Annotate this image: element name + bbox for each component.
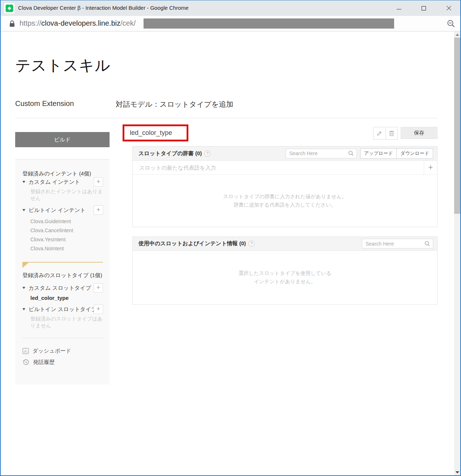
history-label: 発話履歴 bbox=[33, 359, 55, 366]
dictionary-search-box[interactable] bbox=[286, 149, 357, 158]
usage-search-box[interactable] bbox=[362, 239, 433, 248]
help-icon[interactable]: ? bbox=[204, 150, 210, 157]
vertical-scrollbar[interactable] bbox=[454, 31, 460, 475]
custom-intent-empty-note: 登録されたインテントはありません bbox=[30, 188, 103, 202]
dictionary-empty-line1: スロットタイプの辞書に入力された値がありません。 bbox=[223, 192, 347, 201]
url-scheme: https:// bbox=[20, 19, 41, 27]
scrollbar-thumb[interactable] bbox=[454, 38, 460, 214]
divider bbox=[22, 338, 103, 338]
usage-search-input[interactable] bbox=[366, 241, 424, 247]
sidebar-item-custom-intent[interactable]: カスタム インテント + bbox=[22, 177, 103, 187]
usage-empty-state: 選択したスロットタイプを使用している インテントがありません。 bbox=[133, 251, 437, 304]
builtin-slot-type-empty-note: 登録済みのスロットタイプはありません bbox=[30, 315, 103, 329]
pencil-icon bbox=[376, 130, 383, 136]
download-button[interactable]: ダウンロード bbox=[396, 148, 433, 159]
slot-usage-card: 使用中のスロットおよびインテント情報 (0) ? 選択したスロットタイプを使用し… bbox=[132, 237, 437, 305]
scroll-down-button[interactable] bbox=[454, 469, 460, 475]
dashboard-label: ダッシュボード bbox=[33, 348, 71, 354]
maximize-button[interactable] bbox=[415, 0, 432, 16]
delete-button[interactable] bbox=[385, 127, 397, 139]
dictionary-search-input[interactable] bbox=[289, 150, 348, 156]
add-custom-slot-type-button[interactable]: + bbox=[94, 283, 103, 293]
slot-usage-header: 使用中のスロットおよびインテント情報 (0) ? bbox=[133, 237, 437, 251]
address-bar[interactable]: https://clova-developers.line.biz/cek/ bbox=[1, 16, 460, 31]
chevron-down-icon[interactable] bbox=[22, 209, 25, 211]
help-icon[interactable]: ? bbox=[248, 241, 255, 247]
active-section-marker bbox=[22, 262, 103, 263]
slot-usage-title: 使用中のスロットおよびインテント情報 (0) bbox=[138, 240, 246, 247]
new-representative-word-row: + bbox=[133, 161, 437, 175]
clova-favicon-icon bbox=[4, 3, 14, 13]
divider bbox=[15, 118, 437, 118]
sidebar-item-builtin-intent[interactable]: ビルトイン インテント + bbox=[22, 205, 103, 215]
url-host: clova-developers.line.biz bbox=[41, 19, 120, 27]
close-icon bbox=[446, 5, 452, 11]
new-representative-word-input[interactable] bbox=[133, 161, 424, 174]
search-icon bbox=[424, 241, 430, 247]
builtin-intent-item[interactable]: Clova.NoIntent bbox=[30, 244, 103, 253]
add-custom-intent-button[interactable]: + bbox=[94, 177, 103, 187]
scroll-up-button[interactable] bbox=[454, 31, 460, 38]
page-title: テストスキル bbox=[15, 55, 111, 76]
sidebar-build-button[interactable]: ビルド bbox=[15, 132, 110, 147]
trash-icon bbox=[389, 130, 394, 136]
chevron-down-icon[interactable] bbox=[22, 181, 25, 183]
arrow-up-icon bbox=[456, 34, 459, 36]
slot-actions-group bbox=[373, 127, 398, 140]
chevron-down-icon[interactable] bbox=[22, 287, 25, 289]
usage-empty-line2: インテントがありません。 bbox=[254, 277, 316, 286]
builtin-intent-item[interactable]: Clova.YesIntent bbox=[30, 235, 103, 244]
close-button[interactable] bbox=[440, 0, 457, 16]
upload-button[interactable]: アップロード bbox=[360, 148, 397, 159]
dashboard-icon bbox=[22, 348, 29, 354]
url-redacted-block bbox=[144, 18, 394, 29]
search-icon bbox=[348, 150, 354, 156]
arrow-down-icon bbox=[456, 471, 459, 473]
usage-empty-line1: 選択したスロットタイプを使用している bbox=[239, 269, 332, 277]
builtin-intent-item[interactable]: Clova.CancelIntent bbox=[30, 226, 103, 235]
registered-slot-types-header: 登録済みのスロットタイプ (1個) bbox=[22, 272, 103, 279]
dictionary-empty-state: スロットタイプの辞書に入力された値がありません。 辞書に追加する代表語を入力して… bbox=[133, 175, 437, 227]
slot-type-name-field[interactable]: led_color_type bbox=[124, 129, 172, 137]
upload-download-group: アップロード ダウンロード bbox=[360, 148, 433, 159]
window-titlebar[interactable]: Clova Developer Center β - Interaction M… bbox=[1, 0, 460, 16]
dictionary-empty-line2: 辞書に追加する代表語を入力してください。 bbox=[234, 201, 336, 209]
zoom-out-icon[interactable] bbox=[447, 19, 456, 30]
url-path: /cek/ bbox=[120, 19, 136, 27]
chevron-down-icon[interactable] bbox=[22, 308, 25, 310]
registered-intents-header: 登録済みのインテント (4個) bbox=[22, 170, 103, 177]
sidebar-item-builtin-slot-type[interactable]: ビルトイン スロットタイプ + bbox=[22, 305, 103, 314]
history-icon bbox=[22, 359, 29, 366]
annotation-highlight-box: led_color_type bbox=[123, 124, 188, 141]
add-word-button[interactable]: + bbox=[424, 161, 437, 174]
window-title: Clova Developer Center β - Interaction M… bbox=[18, 5, 188, 11]
maximize-icon bbox=[422, 6, 426, 10]
extension-type-label: Custom Extension bbox=[15, 99, 74, 108]
slot-dictionary-header: スロットタイプの辞書 (0) ? アップロード ダウンロード bbox=[133, 146, 437, 161]
minimize-button[interactable] bbox=[390, 0, 407, 16]
slot-dictionary-title: スロットタイプの辞書 (0) bbox=[138, 150, 202, 157]
sidebar-panel: 登録済みのインテント (4個) カスタム インテント + 登録されたインテントは… bbox=[15, 159, 110, 384]
add-builtin-intent-button[interactable]: + bbox=[94, 205, 103, 215]
edit-button[interactable] bbox=[374, 127, 385, 139]
sidebar-item-custom-slot-type[interactable]: カスタム スロットタイプ + bbox=[22, 283, 103, 293]
breadcrumb: 対話モデル：スロットタイプを追加 bbox=[116, 99, 233, 109]
save-button[interactable]: 保存 bbox=[401, 127, 437, 139]
builtin-intent-item[interactable]: Clova.GuideIntent bbox=[30, 217, 103, 226]
url-text[interactable]: https://clova-developers.line.biz/cek/ bbox=[20, 19, 136, 27]
slot-dictionary-card: スロットタイプの辞書 (0) ? アップロード ダウンロード + スロットタイプ… bbox=[132, 146, 437, 227]
browser-window: Clova Developer Center β - Interaction M… bbox=[0, 0, 461, 476]
add-builtin-slot-type-button[interactable]: + bbox=[94, 305, 103, 314]
slot-type-item-selected[interactable]: led_color_type bbox=[30, 295, 103, 301]
sidebar-item-dashboard[interactable]: ダッシュボード bbox=[22, 348, 103, 354]
sidebar-item-utterance-history[interactable]: 発話履歴 bbox=[22, 359, 103, 366]
lock-icon[interactable] bbox=[9, 20, 15, 29]
minimize-icon bbox=[397, 9, 401, 9]
